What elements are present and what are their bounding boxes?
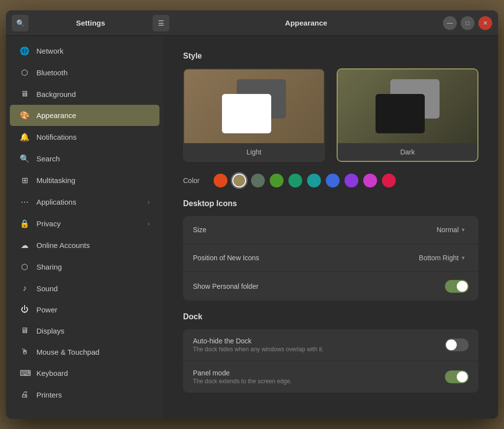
personal-folder-toggle[interactable] [445,280,469,293]
sidebar-item-mouse-touchpad[interactable]: 🖱Mouse & Touchpad [10,341,159,362]
sidebar-label-multitasking: Multitasking [36,176,75,184]
sidebar-item-power[interactable]: ⏻Power [10,299,159,320]
sidebar-item-online-accounts[interactable]: ☁Online Accounts [10,235,159,256]
close-icon: ✕ [483,20,488,27]
titlebar-left: 🔍 Settings ☰ [12,15,169,31]
color-dot-red[interactable] [382,174,396,187]
auto-hide-row: Auto-hide the Dock The dock hides when a… [183,329,478,361]
sidebar-item-notifications[interactable]: 🔔Notifications [10,126,159,148]
sidebar-label-power: Power [36,306,58,314]
panel-title: Appearance [169,19,443,27]
auto-hide-toggle[interactable] [445,338,469,351]
panel-mode-toggle[interactable] [445,370,469,383]
mouse-touchpad-icon: 🖱 [20,347,30,356]
close-button[interactable]: ✕ [478,16,492,30]
color-dot-slate[interactable] [251,174,265,187]
sound-icon: ♪ [20,284,30,293]
sidebar-item-search[interactable]: 🔍Search [10,148,159,169]
content-area: 🌐Network⬡Bluetooth🖥Background🎨Appearance… [6,36,498,419]
personal-folder-row: Show Personal folder [183,272,478,301]
sidebar-label-background: Background [36,90,76,98]
color-dot-blue[interactable] [326,174,340,187]
sidebar-item-displays[interactable]: 🖥Displays [10,320,159,341]
color-dot-tan[interactable] [232,174,246,187]
maximize-button[interactable]: □ [461,16,474,30]
titlebar: 🔍 Settings ☰ Appearance — □ ✕ [6,10,498,36]
minimize-button[interactable]: — [443,16,457,30]
sidebar-item-background[interactable]: 🖥Background [10,84,159,104]
color-dot-cyan[interactable] [307,174,321,187]
displays-icon: 🖥 [20,326,30,335]
menu-button[interactable]: ☰ [153,15,169,31]
sidebar-label-appearance: Appearance [36,111,76,120]
settings-window: 🔍 Settings ☰ Appearance — □ ✕ 🌐Network⬡B… [6,10,498,419]
style-section: Style Light [183,52,478,187]
panel-mode-text: Panel mode The dock extends to the scree… [193,369,292,385]
dock-section: Dock Auto-hide the Dock The dock hides w… [183,312,478,393]
light-window-mock [222,79,286,133]
sidebar-label-applications: Applications [36,198,76,206]
style-card-light[interactable]: Light [183,68,325,162]
search-icon: 🔍 [16,19,25,27]
color-label: Color [183,177,208,184]
position-label: Position of New Icons [193,254,415,262]
auto-hide-text: Auto-hide the Dock The dock hides when a… [193,337,323,353]
light-label: Light [184,143,324,161]
sidebar-item-keyboard[interactable]: ⌨Keyboard [10,363,159,384]
panel-mode-sublabel: The dock extends to the screen edge. [193,378,292,385]
sidebar-item-printers[interactable]: 🖨Printers [10,384,159,405]
position-value: Bottom Right [419,254,459,262]
sidebar-item-privacy[interactable]: 🔒Privacy› [10,213,159,234]
auto-hide-knob [446,339,457,350]
position-dropdown[interactable]: Bottom Right ▾ [415,252,469,264]
search-icon: 🔍 [20,154,30,163]
sidebar-item-multitasking[interactable]: ⊞Multitasking [10,170,159,191]
printers-icon: 🖨 [20,390,30,399]
sidebar-item-sound[interactable]: ♪Sound [10,278,159,299]
sidebar-label-sharing: Sharing [36,263,62,271]
position-chevron-icon: ▾ [462,254,465,261]
sidebar: 🌐Network⬡Bluetooth🖥Background🎨Appearance… [6,36,163,419]
personal-folder-label: Show Personal folder [193,282,445,290]
size-dropdown[interactable]: Normal ▾ [433,224,469,236]
keyboard-icon: ⌨ [20,368,30,378]
color-dot-green[interactable] [270,174,284,187]
color-dot-pink[interactable] [363,174,377,187]
applications-chevron-icon: › [148,199,150,206]
sidebar-label-notifications: Notifications [36,133,77,141]
sidebar-item-bluetooth[interactable]: ⬡Bluetooth [10,62,159,83]
size-chevron-icon: ▾ [462,226,465,233]
applications-icon: ⋯ [20,197,30,207]
auto-hide-label: Auto-hide the Dock [193,337,323,345]
dock-card: Auto-hide the Dock The dock hides when a… [183,329,478,393]
size-label: Size [193,226,433,234]
sidebar-label-mouse-touchpad: Mouse & Touchpad [36,348,99,356]
position-row: Position of New Icons Bottom Right ▾ [183,244,478,272]
light-preview [184,69,324,143]
sidebar-label-online-accounts: Online Accounts [36,241,90,249]
style-title: Style [183,52,478,61]
sidebar-label-printers: Printers [36,391,62,399]
light-mock-front [222,94,271,133]
color-dots [214,174,396,187]
sidebar-item-network[interactable]: 🌐Network [10,40,159,61]
sidebar-item-appearance[interactable]: 🎨Appearance [10,105,159,126]
search-button[interactable]: 🔍 [12,15,29,31]
style-card-dark[interactable]: Dark [337,68,478,162]
size-row: Size Normal ▾ [183,216,478,244]
color-dot-orange[interactable] [214,174,227,187]
sidebar-label-keyboard: Keyboard [36,369,68,377]
dark-window-mock [376,79,440,133]
power-icon: ⏻ [20,305,30,314]
color-dot-purple[interactable] [345,174,358,187]
maximize-icon: □ [466,20,469,27]
sidebar-item-applications[interactable]: ⋯Applications› [10,191,159,213]
sharing-icon: ⬡ [20,262,30,272]
color-row: Color [183,174,478,187]
color-dot-teal[interactable] [288,174,302,187]
desktop-icons-section: Desktop Icons Size Normal ▾ Position of … [183,199,478,301]
network-icon: 🌐 [20,46,30,56]
sidebar-item-sharing[interactable]: ⬡Sharing [10,256,159,277]
sidebar-label-network: Network [36,47,63,55]
notifications-icon: 🔔 [20,132,30,142]
